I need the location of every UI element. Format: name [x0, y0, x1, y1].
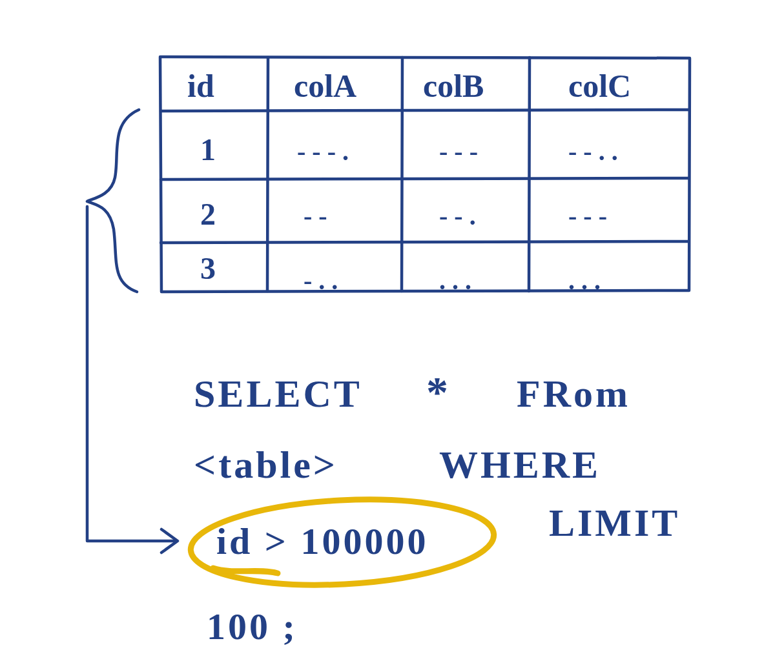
sql-select: SELECT: [194, 372, 362, 415]
row1-id: 1: [200, 132, 216, 167]
header-colB: colB: [423, 68, 484, 104]
data-table: id colA colB colC 1 - - - . - - - - - . …: [160, 57, 690, 295]
brace-icon: [87, 110, 139, 292]
sql-limitval: 100 ;: [207, 606, 298, 647]
arrow-icon: [87, 207, 178, 553]
sql-where: WHERE: [439, 443, 601, 486]
sql-from: FRom: [517, 372, 630, 415]
sql-condition: id > 100000: [216, 520, 428, 562]
header-colA: colA: [294, 68, 356, 104]
row3-a: - . .: [304, 266, 338, 295]
row1-a: - - - .: [297, 137, 349, 166]
sql-limit: LIMIT: [549, 502, 680, 544]
sql-query: SELECT * FRom <table> WHERE id > 100000 …: [189, 367, 680, 647]
row3-c: . . .: [568, 266, 601, 295]
row3-id: 3: [200, 251, 216, 285]
row1-b: - - -: [439, 137, 478, 166]
row2-a: - -: [304, 201, 327, 230]
row2-c: - - -: [568, 201, 607, 230]
header-id: id: [187, 68, 214, 104]
header-colC: colC: [568, 68, 631, 104]
sql-star: *: [426, 367, 451, 416]
sql-table: <table>: [194, 443, 338, 486]
row1-c: - - . .: [568, 137, 618, 166]
row2-b: - - .: [439, 201, 476, 230]
row3-b: . . .: [439, 266, 471, 295]
row2-id: 2: [200, 197, 216, 231]
